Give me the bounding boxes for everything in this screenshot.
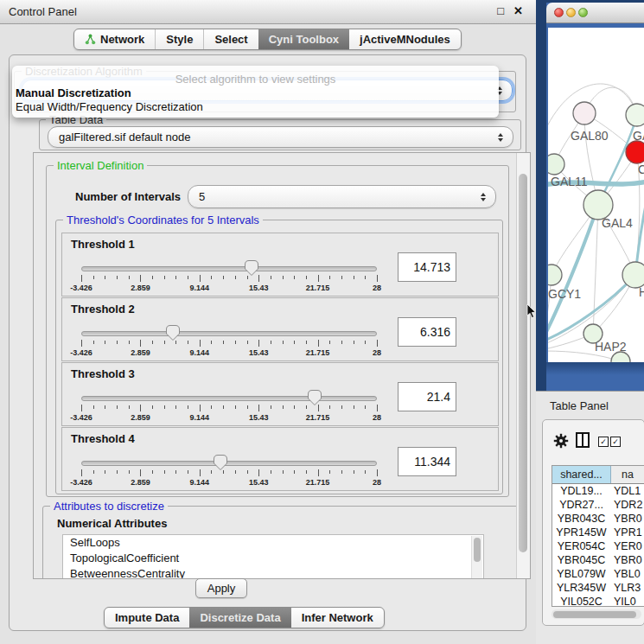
slider-track[interactable] (81, 396, 377, 401)
table-horizontal-scrollbar[interactable] (552, 609, 641, 619)
cell-name[interactable]: YPR1 (610, 526, 644, 539)
table-row[interactable]: YBR043CYBR0 (552, 512, 644, 526)
select-all-checkbox-icon[interactable]: ✓ (598, 437, 609, 447)
node-gal11[interactable] (548, 154, 564, 175)
cell-shared-name[interactable]: YBR043C (552, 512, 610, 526)
node-gal80[interactable] (573, 102, 596, 124)
cyni-mode-tab-bar: Impute Data Discretize Data Infer Networ… (104, 607, 385, 628)
attributes-list-scrollbar[interactable] (471, 536, 482, 579)
algorithm-option-manual[interactable]: Manual Discretization (16, 86, 131, 99)
float-window-icon[interactable]: □ (497, 5, 504, 17)
table-row[interactable]: YBR045CYBR0 (552, 553, 644, 567)
cell-shared-name[interactable]: YIL052C (552, 595, 610, 609)
network-graph: GAL80 GA C GAL11 GAL4 GCY1 H HAP2 (548, 28, 644, 362)
node-gal4[interactable] (583, 190, 613, 220)
settings-vertical-scrollbar[interactable] (516, 153, 530, 578)
select-none-checkbox-icon[interactable]: ✓ (610, 437, 621, 447)
slider-ticks (81, 340, 377, 348)
node-attribute-table[interactable]: shared... na YDL19...YDL1 YDR27...YDR2 Y… (552, 465, 644, 607)
cell-shared-name[interactable]: YDR27... (552, 498, 610, 512)
list-item-betweennesscentrality[interactable]: BetweennessCentrality (63, 566, 483, 579)
scrollbar-thumb[interactable] (474, 538, 481, 562)
slider-handle[interactable] (244, 259, 259, 277)
slider-track[interactable] (81, 266, 377, 271)
node-gcy1[interactable] (548, 265, 562, 285)
column-view-icon[interactable] (576, 432, 590, 448)
threshold-2-slider[interactable]: -3.4262.8599.14415.4321.71528 (81, 324, 377, 359)
network-canvas[interactable]: GAL80 GA C GAL11 GAL4 GCY1 H HAP2 (548, 28, 644, 362)
panel-title: Control Panel (9, 5, 77, 18)
list-item-selfloops[interactable]: SelfLoops (63, 535, 483, 551)
tab-discretize-data[interactable]: Discretize Data (189, 608, 290, 628)
table-row[interactable]: YIL052CYIL0 (552, 595, 644, 609)
threshold-3-label: Threshold 3 (71, 367, 135, 380)
scrollbar-thumb[interactable] (519, 174, 527, 552)
tab-jactivemnodules[interactable]: jActiveMNodules (349, 29, 461, 49)
algorithm-dropdown-popup: Select algorithm to view settings Manual… (12, 66, 499, 118)
cell-shared-name[interactable]: YBR045C (552, 553, 610, 567)
network-window-titlebar[interactable] (546, 3, 644, 23)
tab-discretize-data-label: Discretize Data (200, 611, 280, 624)
list-item-topologicalcoefficient[interactable]: TopologicalCoefficient (63, 551, 483, 566)
cell-shared-name[interactable]: YDL19... (552, 484, 610, 498)
zoom-traffic-light-icon[interactable] (578, 8, 588, 17)
threshold-3-value-field[interactable]: 21.4 (398, 382, 456, 411)
node-ga[interactable] (626, 104, 644, 126)
threshold-4-slider[interactable]: -3.4262.8599.14415.4321.71528 (81, 454, 377, 488)
attributes-group-title: Attributes to discretize (50, 500, 168, 513)
tab-style[interactable]: Style (156, 29, 204, 49)
algorithm-prompt-option[interactable]: Select algorithm to view settings (12, 73, 499, 86)
threshold-1-slider[interactable]: -3.4262.8599.14415.4321.71528 (81, 259, 377, 294)
slider-track[interactable] (81, 331, 377, 336)
threshold-3-slider[interactable]: -3.4262.8599.14415.4321.71528 (81, 389, 377, 424)
tab-infer-network[interactable]: Infer Network (291, 608, 384, 628)
numerical-attributes-list[interactable]: SelfLoops TopologicalCoefficient Between… (62, 534, 484, 579)
number-of-intervals-spinner[interactable]: 5 (188, 185, 496, 208)
cell-shared-name[interactable]: YPR145W (552, 526, 610, 539)
node-red-selected[interactable] (626, 141, 644, 163)
number-of-intervals-label: Number of Intervals (75, 190, 181, 203)
node-h[interactable] (622, 262, 644, 288)
threshold-1-value-field[interactable]: 14.713 (398, 252, 456, 282)
cell-name[interactable]: YLR3 (610, 581, 644, 595)
threshold-4-panel: Threshold 4 -3.4262.8599.14415.4321.7152… (61, 427, 499, 491)
tab-select[interactable]: Select (204, 29, 258, 49)
slider-handle[interactable] (307, 389, 322, 406)
column-header-shared-name[interactable]: shared... (552, 466, 611, 483)
tab-cyni-toolbox[interactable]: Cyni Toolbox (258, 29, 349, 49)
cell-name[interactable]: YBR0 (610, 512, 644, 526)
tab-impute-data[interactable]: Impute Data (105, 608, 190, 628)
table-data-combobox[interactable]: galFiltered.sif default node (48, 126, 513, 148)
cell-shared-name[interactable]: YBL079W (552, 567, 610, 581)
slider-handle[interactable] (213, 454, 228, 471)
table-row[interactable]: YDR27...YDR2 (552, 498, 644, 512)
table-row[interactable]: YER054CYER0 (552, 539, 644, 553)
cell-shared-name[interactable]: YER054C (552, 539, 610, 553)
table-row[interactable]: YDL19...YDL1 (552, 484, 644, 498)
table-row[interactable]: YBL079WYBL0 (552, 567, 644, 581)
gear-icon[interactable] (553, 433, 569, 449)
node-label-c: C (638, 163, 644, 176)
slider-track[interactable] (81, 461, 377, 466)
apply-button[interactable]: Apply (195, 578, 247, 598)
cell-name[interactable]: YIL0 (610, 595, 644, 609)
table-row[interactable]: YLR345WYLR3 (552, 581, 644, 595)
tab-network-label: Network (100, 33, 144, 46)
cell-name[interactable]: YBL0 (610, 567, 644, 581)
algorithm-option-equal-width[interactable]: Equal Width/Frequency Discretization (16, 100, 203, 113)
close-traffic-light-icon[interactable] (554, 8, 564, 17)
cell-shared-name[interactable]: YLR345W (552, 581, 610, 595)
cell-name[interactable]: YER0 (610, 539, 644, 553)
threshold-4-value-field[interactable]: 11.344 (398, 447, 456, 476)
table-row[interactable]: YPR145WYPR1 (552, 526, 644, 539)
cell-name[interactable]: YDR2 (610, 498, 644, 512)
tab-network[interactable]: Network (74, 29, 156, 49)
threshold-2-value-field[interactable]: 6.316 (398, 317, 456, 347)
cell-name[interactable]: YDL1 (610, 484, 644, 498)
cell-name[interactable]: YBR0 (610, 553, 644, 567)
column-header-name[interactable]: na (611, 466, 644, 483)
scrollbar-thumb[interactable] (553, 611, 636, 618)
slider-handle[interactable] (165, 324, 181, 341)
minimize-traffic-light-icon[interactable] (566, 8, 576, 17)
close-panel-icon[interactable]: ✕ (513, 5, 523, 17)
